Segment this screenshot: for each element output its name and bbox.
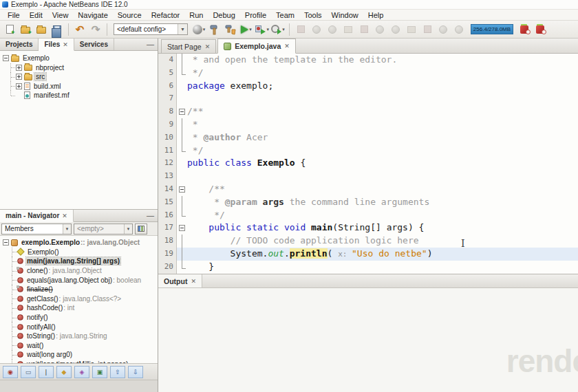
set-configuration-button[interactable]: ▾	[192, 23, 206, 36]
sort-source-button[interactable]: ⇩	[128, 366, 143, 378]
code-text[interactable]: // TODO code application logic here	[187, 235, 578, 248]
tree-item-exemplo[interactable]: Exemplo	[0, 54, 158, 63]
code-line-9[interactable]: 9 *	[158, 118, 578, 131]
memory-indicator[interactable]: 256.4/278.0MB	[471, 24, 513, 34]
build-project-button[interactable]	[208, 23, 222, 36]
navigator-item-exemplo-exemplo[interactable]: exemplo.Exemplo :: java.lang.Object	[0, 238, 158, 248]
tab-projects[interactable]: Projects	[0, 39, 39, 50]
new-project-button[interactable]: ✦	[19, 23, 32, 36]
code-line-8[interactable]: 8/**	[158, 105, 578, 118]
collapse-expander-icon[interactable]	[3, 55, 9, 61]
navigator-columns-button[interactable]	[135, 224, 147, 235]
menu-tools[interactable]: Tools	[299, 10, 327, 21]
fold-gutter[interactable]	[177, 221, 187, 235]
expand-expander-icon[interactable]	[16, 83, 22, 89]
tab-services[interactable]: Services	[74, 39, 114, 50]
new-file-button[interactable]: ✦	[3, 23, 17, 36]
tree-item-nbproject[interactable]: nbproject	[0, 63, 158, 73]
tree-item-build-xml[interactable]: build.xml	[0, 82, 158, 91]
navigator-item-equals-java-lang-object-obj[interactable]: equals(java.lang.Object obj) : boolean	[0, 275, 158, 285]
navigator-tab[interactable]: main - Navigator ✕	[0, 210, 74, 222]
navigator-item-hashcode[interactable]: hashCode() : int	[0, 303, 158, 313]
show-static-button[interactable]: ❘	[39, 366, 54, 378]
navigator-item-getclass[interactable]: getClass() : java.lang.Class<?>	[0, 294, 158, 304]
navigator-item-wait[interactable]: wait()	[0, 341, 158, 351]
code-line-5[interactable]: 5 */	[158, 67, 578, 80]
navigator-item-exemplo[interactable]: Exemplo()	[0, 248, 158, 257]
menu-file[interactable]: File	[3, 10, 25, 21]
code-line-19[interactable]: 19 System.out.println( x: "Uso do netbe"…	[158, 248, 578, 261]
show-fields-button[interactable]: ▭	[21, 366, 36, 378]
menu-edit[interactable]: Edit	[25, 10, 47, 21]
code-line-7[interactable]: 7	[158, 92, 578, 105]
code-line-10[interactable]: 10 * @author Acer	[158, 131, 578, 144]
code-line-12[interactable]: 12public class Exemplo {	[158, 157, 578, 170]
code-line-11[interactable]: 11 */	[158, 144, 578, 157]
code-line-4[interactable]: 4 * and open the template in the editor.	[158, 54, 578, 67]
line-number[interactable]: 9	[158, 118, 177, 131]
menu-source[interactable]: Source	[113, 10, 147, 21]
code-text[interactable]: package exemplo;	[187, 80, 578, 93]
run-project-button[interactable]: ▾	[239, 23, 253, 36]
line-number[interactable]: 20	[158, 261, 177, 274]
code-text[interactable]: *	[187, 118, 578, 131]
menu-help[interactable]: Help	[363, 10, 389, 21]
fold-gutter[interactable]	[177, 105, 187, 118]
navigator-item-clone[interactable]: clone() : java.lang.Object	[0, 266, 158, 276]
editor-tab-exemplo-java[interactable]: Exemplo.java✕	[217, 39, 296, 54]
navigator-item-notify[interactable]: notify()	[0, 313, 158, 323]
menu-navigate[interactable]: Navigate	[73, 10, 112, 21]
open-project-button[interactable]	[34, 23, 48, 36]
collapse-expander-icon[interactable]	[3, 239, 9, 246]
close-icon[interactable]: ✕	[191, 278, 196, 285]
menu-window[interactable]: Window	[327, 10, 363, 21]
code-text[interactable]: /**	[187, 183, 578, 196]
code-text[interactable]: * and open the template in the editor.	[187, 54, 578, 67]
line-number[interactable]: 17	[158, 221, 177, 235]
navigator-filter-dropdown[interactable]: <empty> ▼	[74, 224, 133, 235]
line-number[interactable]: 10	[158, 131, 177, 144]
code-line-20[interactable]: 20 }	[158, 261, 578, 274]
show-positions-button[interactable]: ◈	[74, 366, 89, 378]
expand-expander-icon[interactable]	[16, 65, 22, 71]
code-line-13[interactable]: 13	[158, 170, 578, 183]
close-icon[interactable]: ✕	[284, 43, 290, 50]
output-tab[interactable]: Output ✕	[158, 274, 202, 287]
collapse-fold-icon[interactable]	[179, 109, 185, 115]
line-number[interactable]: 16	[158, 209, 177, 222]
code-line-18[interactable]: 18 // TODO code application logic here	[158, 235, 578, 248]
code-text[interactable]: */	[187, 144, 578, 157]
code-line-6[interactable]: 6package exemplo;	[158, 80, 578, 93]
line-number[interactable]: 6	[158, 80, 177, 93]
line-number[interactable]: 14	[158, 183, 177, 196]
code-text[interactable]: * @author Acer	[187, 131, 578, 144]
code-line-17[interactable]: 17 public static void main(String[] args…	[158, 221, 578, 235]
tree-item-manifest-mf[interactable]: manifest.mf	[0, 91, 158, 100]
sort-alpha-button[interactable]: ⇧	[110, 366, 125, 378]
menu-team[interactable]: Team	[271, 10, 299, 21]
close-icon[interactable]: ✕	[62, 213, 67, 219]
code-text[interactable]: */	[187, 67, 578, 80]
debug-project-button[interactable]: ▾	[255, 23, 269, 36]
line-number[interactable]: 4	[158, 54, 177, 67]
show-inherited-button[interactable]: ◉	[3, 366, 18, 378]
code-text[interactable]: }	[187, 261, 578, 274]
line-number[interactable]: 13	[158, 170, 177, 183]
line-number[interactable]: 19	[158, 248, 177, 261]
save-all-button[interactable]	[50, 23, 64, 36]
navigator-item-main-java-lang-string-args[interactable]: main(java.lang.String[] args)	[0, 257, 158, 266]
minimize-button[interactable]: —	[147, 40, 154, 48]
open-filters-button[interactable]: ▣	[92, 366, 107, 378]
navigator-item-wait-long-arg0[interactable]: wait(long arg0)	[0, 350, 158, 360]
code-line-16[interactable]: 16 */	[158, 209, 578, 222]
code-editor[interactable]: 4 * and open the template in the editor.…	[158, 54, 578, 274]
navigator-item-notifyall[interactable]: notifyAll()	[0, 322, 158, 331]
menu-view[interactable]: View	[47, 10, 74, 21]
code-text[interactable]: * @param args the command line arguments	[187, 196, 578, 209]
code-text[interactable]: public static void main(String[] args) {	[187, 221, 578, 235]
navigator-item-finalize[interactable]: finalize()	[0, 285, 158, 294]
editor-tab-start-page[interactable]: Start Page✕	[161, 39, 216, 53]
tree-item-src[interactable]: src	[0, 72, 158, 82]
close-icon[interactable]: ✕	[205, 43, 211, 50]
menu-profile[interactable]: Profile	[240, 10, 271, 21]
